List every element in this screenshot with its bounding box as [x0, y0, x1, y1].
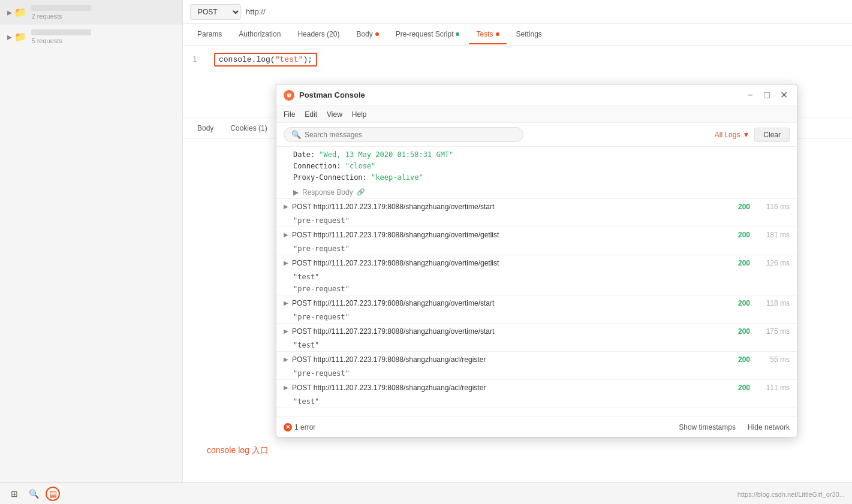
log-url-2: POST http://111.207.223.179:8088/shangzh… — [292, 259, 734, 267]
log-status-0: 200 — [738, 203, 750, 211]
sidebar-item-count-2: 5 requests — [31, 37, 91, 44]
bottom-toolbar: ⊞ 🔍 ▤ https://blog.csdn.net/LittleGirl_o… — [0, 482, 852, 504]
close-button[interactable]: ✕ — [778, 89, 790, 101]
log-sub-1: "pre-request" — [276, 243, 797, 255]
log-time-1: 181 ms — [754, 231, 790, 239]
log-entry-3: ▶ POST http://111.207.223.179:8088/shang… — [276, 295, 797, 324]
log-arrow-icon-3: ▶ — [284, 300, 288, 306]
sidebar-item-2[interactable]: ▸ 📁 5 requests — [0, 25, 182, 49]
tests-dot — [496, 32, 499, 36]
log-sub-0: "pre-request" — [276, 215, 797, 227]
tab-cookies[interactable]: Cookies (1) — [223, 120, 274, 136]
log-url-1: POST http://111.207.223.179:8088/shangzh… — [292, 231, 734, 239]
console-toolbar-button[interactable]: ▤ — [46, 487, 60, 501]
log-time-2: 126 ms — [754, 259, 790, 267]
log-sub-5: "pre-request" — [276, 367, 797, 379]
postman-logo-icon — [284, 90, 294, 101]
maximize-button[interactable]: □ — [761, 89, 773, 101]
clear-button[interactable]: Clear — [754, 128, 790, 142]
log-sub-2a: "test" — [276, 271, 797, 283]
menu-file[interactable]: File — [284, 110, 295, 119]
code-line-1: 1 console.log("test"); — [192, 53, 842, 67]
search-toolbar-button[interactable]: 🔍 — [26, 487, 41, 501]
search-input[interactable] — [305, 131, 516, 139]
log-entry-6-header[interactable]: ▶ POST http://111.207.223.179:8088/shang… — [276, 380, 797, 396]
log-time-4: 175 ms — [754, 327, 790, 336]
tab-headers[interactable]: Headers (20) — [290, 25, 347, 44]
log-sub-2b: "pre-request" — [276, 283, 797, 295]
log-entry-5: ▶ POST http://111.207.223.179:8088/shang… — [276, 352, 797, 380]
console-log-label: console log 入口 — [207, 445, 269, 456]
log-entry-1: ▶ POST http://111.207.223.179:8088/shang… — [276, 227, 797, 255]
log-entry-5-header[interactable]: ▶ POST http://111.207.223.179:8088/shang… — [276, 352, 797, 367]
header-values: Date: "Wed, 13 May 2020 01:58:31 GMT" Co… — [276, 147, 797, 186]
log-url-3: POST http://111.207.223.179:8088/shangzh… — [292, 299, 734, 307]
url-input[interactable] — [246, 7, 845, 16]
log-arrow-icon-5: ▶ — [284, 356, 288, 363]
tab-params[interactable]: Params — [190, 25, 229, 44]
menu-edit[interactable]: Edit — [305, 110, 317, 119]
log-status-1: 200 — [738, 231, 750, 239]
log-entry-2-header[interactable]: ▶ POST http://111.207.223.179:8088/shang… — [276, 255, 797, 271]
log-content[interactable]: Date: "Wed, 13 May 2020 01:58:31 GMT" Co… — [276, 147, 797, 417]
tab-tests[interactable]: Tests — [469, 25, 506, 44]
tab-prerequest[interactable]: Pre-request Script — [389, 25, 467, 44]
bottom-url: https://blog.csdn.net/LittleGirl_or30... — [737, 491, 845, 498]
log-arrow-icon-2: ▶ — [284, 259, 288, 266]
log-arrow-icon-4: ▶ — [284, 328, 288, 334]
date-row: Date: "Wed, 13 May 2020 01:58:31 GMT" — [293, 149, 790, 161]
log-time-5: 55 ms — [754, 355, 790, 364]
modal-statusbar: ✕ 1 error Show timestamps Hide network — [276, 417, 797, 437]
log-arrow-icon-1: ▶ — [284, 231, 288, 238]
log-entry-0-header[interactable]: ▶ POST http://111.207.223.179:8088/shang… — [276, 199, 797, 215]
hide-network-button[interactable]: Hide network — [748, 423, 790, 431]
menu-view[interactable]: View — [327, 110, 342, 119]
minimize-button[interactable]: − — [744, 89, 756, 101]
tab-body[interactable]: Body — [349, 25, 386, 44]
prerequest-dot — [456, 32, 459, 36]
console-toolbar: 🔍 All Logs ▼ Clear — [276, 123, 797, 147]
folder-icon-1: ▸ 📁 — [7, 7, 26, 18]
response-body-row[interactable]: ▶ Response Body 🔗 — [276, 186, 797, 198]
method-select[interactable]: POST GET PUT DELETE — [190, 4, 241, 20]
menu-help[interactable]: Help — [352, 110, 367, 119]
code-highlight: console.log("test"); — [214, 53, 317, 67]
modal-title: Postman Console — [299, 90, 739, 99]
error-badge: ✕ 1 error — [284, 423, 315, 431]
folder-icon-2: ▸ 📁 — [7, 31, 26, 43]
sidebar: ▸ 📁 2 requests ▸ 📁 5 requests — [0, 0, 183, 504]
sidebar-item-label-2 — [31, 29, 91, 35]
log-url-0: POST http://111.207.223.179:8088/shangzh… — [292, 203, 734, 211]
log-time-0: 116 ms — [754, 203, 790, 211]
sidebar-item-label-1 — [31, 5, 91, 11]
log-entry-4-header[interactable]: ▶ POST http://111.207.223.179:8088/shang… — [276, 324, 797, 339]
url-bar: POST GET PUT DELETE — [183, 0, 852, 24]
table-icon-button[interactable]: ⊞ — [7, 487, 22, 501]
error-count: 1 error — [294, 423, 315, 431]
connection-row: Connection: "close" — [293, 161, 790, 172]
log-entry-3-header[interactable]: ▶ POST http://111.207.223.179:8088/shang… — [276, 295, 797, 311]
log-url-6: POST http://111.207.223.179:8088/shangzh… — [292, 384, 734, 392]
request-tabs: Params Authorization Headers (20) Body P… — [183, 24, 852, 46]
log-sub-6: "test" — [276, 396, 797, 408]
log-entry-6: ▶ POST http://111.207.223.179:8088/shang… — [276, 380, 797, 408]
code-text[interactable]: console.log("test"); — [214, 53, 317, 67]
sidebar-item-count-1: 2 requests — [31, 13, 91, 20]
log-entry-1-header[interactable]: ▶ POST http://111.207.223.179:8088/shang… — [276, 227, 797, 243]
tab-authorization[interactable]: Authorization — [231, 25, 288, 44]
sidebar-item-1[interactable]: ▸ 📁 2 requests — [0, 0, 182, 25]
tab-body-result[interactable]: Body — [190, 120, 221, 136]
search-box[interactable]: 🔍 — [284, 127, 523, 142]
log-header-section: Date: "Wed, 13 May 2020 01:58:31 GMT" Co… — [276, 147, 797, 199]
tab-settings[interactable]: Settings — [509, 25, 549, 44]
log-sub-3: "pre-request" — [276, 311, 797, 323]
log-arrow-icon: ▶ — [284, 203, 288, 210]
all-logs-button[interactable]: All Logs ▼ — [715, 131, 750, 139]
modal-titlebar: Postman Console − □ ✕ — [276, 84, 797, 106]
response-body-link[interactable]: 🔗 — [357, 188, 365, 196]
log-entry-4: ▶ POST http://111.207.223.179:8088/shang… — [276, 324, 797, 352]
log-url-5: POST http://111.207.223.179:8088/shangzh… — [292, 355, 734, 364]
show-timestamps-button[interactable]: Show timestamps — [679, 423, 736, 431]
log-time-6: 111 ms — [754, 384, 790, 392]
body-dot — [375, 32, 379, 36]
